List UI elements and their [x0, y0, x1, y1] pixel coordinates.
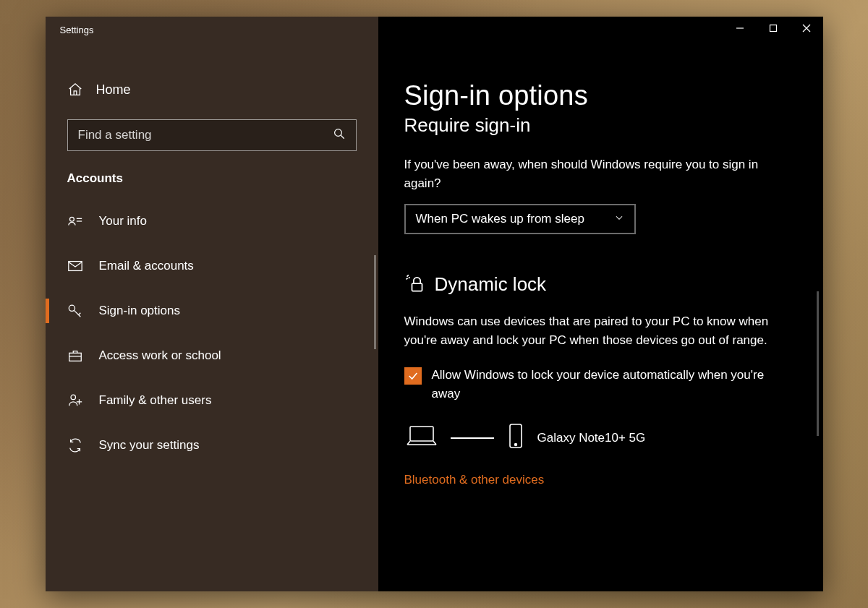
- main-scrollbar[interactable]: [817, 291, 819, 436]
- sidebar-item-label: Access work or school: [99, 348, 221, 363]
- bluetooth-devices-link[interactable]: Bluetooth & other devices: [404, 473, 794, 487]
- title-bar: Settings: [46, 17, 823, 46]
- svg-point-18: [514, 444, 516, 446]
- dynamic-lock-icon: [404, 273, 425, 296]
- person-card-icon: [67, 213, 83, 229]
- sidebar-item-work[interactable]: Access work or school: [46, 333, 378, 378]
- briefcase-icon: [67, 348, 83, 364]
- require-signin-dropdown[interactable]: When PC wakes up from sleep: [404, 204, 636, 234]
- sidebar-item-family[interactable]: Family & other users: [46, 378, 378, 423]
- sidebar-scrollbar[interactable]: [374, 255, 376, 349]
- svg-line-5: [341, 135, 344, 139]
- settings-window: Settings Home Accounts: [46, 17, 823, 591]
- section-dynamic-heading-row: Dynamic lock: [404, 273, 794, 296]
- sidebar-item-email[interactable]: Email & accounts: [46, 244, 378, 288]
- home-icon: [67, 82, 83, 98]
- require-description: If you've been away, when should Windows…: [404, 155, 794, 194]
- svg-point-6: [69, 217, 74, 221]
- dynamic-lock-checkbox-row[interactable]: Allow Windows to lock your device automa…: [404, 366, 794, 403]
- chevron-down-icon: [614, 212, 624, 226]
- maximize-button[interactable]: [757, 17, 790, 40]
- svg-rect-16: [410, 427, 433, 441]
- main-content: Sign-in options Require sign-in If you'v…: [378, 17, 823, 591]
- svg-rect-9: [68, 262, 81, 271]
- sidebar-item-label: Family & other users: [99, 393, 212, 408]
- minimize-button[interactable]: [723, 17, 757, 40]
- sidebar-item-signin[interactable]: Sign-in options: [46, 288, 378, 333]
- pairing-line-icon: [451, 437, 494, 439]
- svg-rect-1: [770, 25, 776, 32]
- sidebar-item-label: Sign-in options: [99, 304, 180, 318]
- sidebar-item-sync[interactable]: Sync your settings: [46, 423, 378, 468]
- dynamic-lock-description: Windows can use devices that are paired …: [404, 312, 794, 351]
- sidebar-item-your-info[interactable]: Your info: [46, 199, 378, 244]
- dropdown-value: When PC wakes up from sleep: [416, 212, 584, 226]
- sidebar: Home Accounts Your info Email & accounts: [46, 17, 378, 591]
- sync-icon: [67, 437, 83, 453]
- laptop-icon: [406, 424, 438, 452]
- key-icon: [67, 303, 83, 319]
- dynamic-lock-checkbox[interactable]: [404, 367, 422, 385]
- section-require-heading: Require sign-in: [404, 114, 794, 137]
- paired-device-name: Galaxy Note10+ 5G: [537, 431, 646, 445]
- dynamic-lock-checkbox-label: Allow Windows to lock your device automa…: [432, 366, 794, 403]
- dynamic-lock-heading: Dynamic lock: [435, 273, 547, 296]
- sidebar-item-label: Sync your settings: [99, 438, 200, 453]
- home-button[interactable]: Home: [46, 74, 378, 105]
- svg-rect-15: [412, 283, 422, 291]
- home-label: Home: [96, 82, 131, 98]
- svg-point-4: [334, 129, 341, 137]
- svg-rect-11: [69, 353, 81, 361]
- svg-point-12: [71, 395, 75, 399]
- phone-icon: [507, 423, 524, 453]
- window-title: Settings: [46, 17, 94, 46]
- sidebar-group-accounts: Accounts: [46, 171, 378, 199]
- mail-icon: [67, 258, 83, 274]
- search-input[interactable]: [78, 128, 333, 142]
- people-icon: [67, 393, 83, 408]
- search-icon: [333, 127, 346, 143]
- close-button[interactable]: [790, 17, 823, 40]
- paired-device-row: Galaxy Note10+ 5G: [404, 423, 794, 453]
- sidebar-item-label: Your info: [99, 214, 147, 228]
- page-title: Sign-in options: [404, 80, 794, 111]
- sidebar-item-label: Email & accounts: [99, 259, 194, 273]
- search-box[interactable]: [67, 119, 357, 151]
